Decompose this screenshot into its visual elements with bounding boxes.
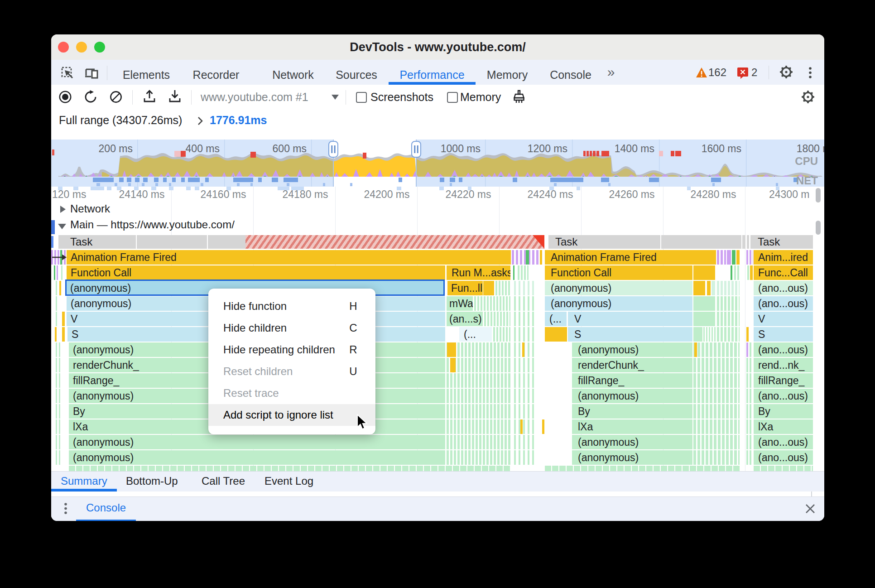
svg-text:1600 ms: 1600 ms — [702, 143, 741, 154]
svg-text:1200 ms: 1200 ms — [528, 143, 567, 154]
svg-text:1800 n: 1800 n — [797, 143, 824, 154]
svg-text:NET: NET — [796, 174, 818, 187]
svg-text:1000 ms: 1000 ms — [441, 143, 481, 154]
svg-text:1400 ms: 1400 ms — [615, 143, 654, 154]
svg-text:600 ms: 600 ms — [273, 143, 307, 154]
svg-text:CPU: CPU — [795, 155, 818, 167]
svg-text:400 ms: 400 ms — [186, 143, 220, 154]
svg-text:200 ms: 200 ms — [99, 143, 133, 154]
